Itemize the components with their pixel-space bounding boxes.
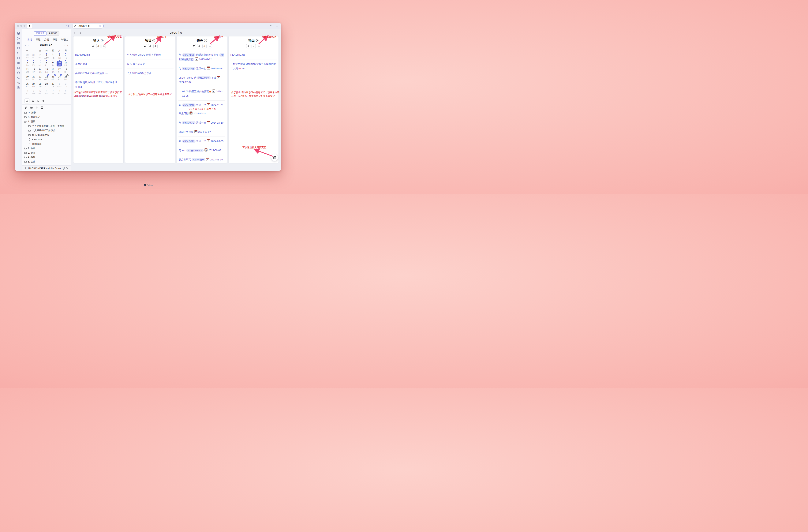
calendar-day[interactable]: 26初九 bbox=[24, 81, 31, 89]
traffic-light-minimize-button[interactable] bbox=[20, 25, 22, 27]
template-icon[interactable]: <% bbox=[17, 81, 20, 84]
note-link[interactable]: 未命名.md bbox=[75, 59, 122, 68]
task-item[interactable]: 双月刊填写 #工作/琐事 17 2023-06-30 bbox=[179, 155, 225, 163]
new-tab-button[interactable] bbox=[102, 24, 105, 28]
search-icon[interactable] bbox=[17, 76, 20, 79]
add-button[interactable] bbox=[153, 44, 158, 48]
sort-button[interactable]: AZ bbox=[252, 44, 256, 48]
calendar-day[interactable]: 15廿八 bbox=[43, 67, 50, 74]
calendar-day[interactable]: 22端午节休 bbox=[43, 74, 50, 81]
period-tab[interactable]: 年记 bbox=[61, 38, 66, 41]
tree-item[interactable]: 3. 资源 bbox=[24, 151, 70, 155]
note-link[interactable]: 一种实用新型 Obsidian 实践之构建我的第二大脑 .md bbox=[230, 59, 277, 73]
calendar-day[interactable]: 12廿五 bbox=[24, 67, 31, 74]
mode-tab-theme[interactable]: 主题笔记 bbox=[47, 31, 59, 36]
period-tab[interactable]: 月记 bbox=[44, 38, 49, 41]
prev-month-button[interactable]: ‹ bbox=[28, 44, 29, 47]
dice-icon[interactable] bbox=[17, 56, 20, 60]
vault-switcher[interactable]: LifeOS Pro PARA Vault CN Demo ? bbox=[22, 165, 71, 171]
tab-lifeos-home[interactable]: LifeOS 主页 bbox=[73, 24, 103, 28]
tree-item[interactable]: 1. 项目 bbox=[24, 120, 70, 124]
tree-item[interactable]: 5. 表达 bbox=[24, 160, 70, 164]
calendar-day[interactable]: 20初三 bbox=[31, 74, 37, 81]
task-item[interactable]: 09:00 约三五好友去露营 17 2024-12-05 bbox=[179, 87, 225, 100]
tree-item[interactable]: 育儿-筹办周岁宴 bbox=[26, 133, 70, 137]
help-icon[interactable]: ? bbox=[152, 39, 155, 42]
calendar-day[interactable]: 16廿九 bbox=[50, 67, 56, 74]
tree-item[interactable]: 4. 存档 bbox=[24, 155, 70, 160]
calendar-day[interactable]: 31十三 bbox=[37, 53, 43, 60]
next-month-button[interactable]: › bbox=[65, 44, 65, 47]
layout-panel-icon[interactable] bbox=[275, 24, 278, 28]
dashboard-icon[interactable] bbox=[17, 41, 20, 45]
sort-button[interactable]: AZ bbox=[96, 44, 100, 48]
calendar-day[interactable]: 30十二 bbox=[31, 53, 37, 60]
vault-help-icon[interactable]: ? bbox=[62, 167, 65, 169]
task-item[interactable]: 与 #家人/老婆 沟通筹办周岁宴事项 #育儿/筹办周岁宴 17 2025-01-… bbox=[179, 50, 225, 64]
folder-tab-icon[interactable] bbox=[24, 98, 30, 103]
help-icon[interactable]: ? bbox=[66, 38, 68, 41]
app-logo-button[interactable] bbox=[26, 23, 33, 29]
add-button[interactable] bbox=[257, 44, 261, 48]
tree-item[interactable]: -1. 捕获 bbox=[24, 110, 70, 115]
calendar-day[interactable]: 8廿一 bbox=[56, 89, 63, 96]
tree-item[interactable]: README bbox=[26, 137, 70, 142]
calendar-icon[interactable] bbox=[17, 47, 20, 50]
layout-columns-icon[interactable] bbox=[17, 61, 20, 65]
swap-button[interactable] bbox=[91, 44, 95, 48]
swap-button[interactable] bbox=[197, 44, 201, 48]
note-link[interactable]: 育儿-筹办周岁宴 bbox=[127, 59, 174, 68]
close-icon[interactable] bbox=[99, 25, 102, 27]
more-options-icon[interactable] bbox=[275, 31, 278, 34]
task-item[interactable]: 06:30 - 08:00 陪 #家人/宝宝 早读 17 2024-12-07 bbox=[179, 73, 225, 87]
calendar-day[interactable]: 27初十 bbox=[31, 81, 37, 89]
note-link[interactable]: README.md bbox=[75, 50, 122, 59]
file-search-icon[interactable] bbox=[17, 32, 20, 35]
task-item[interactable]: 与 xxx #工作/one-one 17 2024-09-03 bbox=[179, 146, 225, 155]
next-year-button[interactable]: » bbox=[67, 44, 68, 47]
add-button[interactable] bbox=[102, 44, 106, 48]
calendar-day[interactable]: 25初八班 bbox=[62, 74, 69, 81]
chevron-down-icon[interactable] bbox=[270, 24, 272, 28]
sort-button[interactable]: AZ bbox=[202, 44, 206, 48]
calendar-day[interactable]: 2十五 bbox=[50, 53, 56, 60]
period-tab[interactable]: 季记 bbox=[53, 38, 57, 41]
period-tab[interactable]: 周记 bbox=[36, 38, 40, 41]
calendar-day[interactable]: 11廿四 bbox=[62, 60, 69, 67]
home-icon[interactable] bbox=[17, 71, 20, 74]
help-icon[interactable]: ? bbox=[256, 39, 259, 42]
calendar-day[interactable]: 21夏至 bbox=[37, 74, 43, 81]
calendar-day[interactable]: 1儿童节 bbox=[43, 53, 50, 60]
filter-button[interactable] bbox=[192, 44, 196, 48]
calendar-day[interactable]: 8廿一 bbox=[43, 60, 50, 67]
tree-item[interactable]: 个人品牌-WOT-分享会 bbox=[26, 128, 70, 133]
prev-year-button[interactable]: « bbox=[25, 44, 26, 47]
calendar-day[interactable]: 7二十 bbox=[37, 60, 43, 67]
calendar-day[interactable]: 7小暑 bbox=[50, 89, 56, 96]
calendar-day[interactable]: 19初二 bbox=[24, 74, 31, 81]
period-tab[interactable]: 日记 bbox=[27, 38, 32, 41]
bookmark-tab-icon[interactable] bbox=[37, 99, 40, 102]
sortlines-button[interactable] bbox=[35, 106, 38, 109]
note-link[interactable]: 个人品牌-WOT-分享会 bbox=[127, 69, 174, 78]
task-item[interactable]: 与 #家人/妈妈 通话一次 17 2024-09-05 bbox=[179, 136, 225, 146]
calendar-day[interactable]: 3十六 bbox=[24, 89, 31, 96]
note-link[interactable]: 不理解超线性回报，就无法理解这个世界.md bbox=[75, 78, 122, 91]
collapse-button[interactable] bbox=[41, 106, 43, 109]
swap-button[interactable] bbox=[143, 44, 147, 48]
calendar-day[interactable]: 3十六 bbox=[56, 53, 63, 60]
tree-item[interactable]: 个人品牌-LifeOS-录制上手视频 bbox=[26, 124, 70, 129]
traffic-light-zoom-button[interactable] bbox=[23, 25, 25, 27]
calendar-day[interactable]: 29十一 bbox=[24, 53, 31, 60]
gear-icon[interactable] bbox=[66, 167, 69, 169]
calendar-day[interactable]: 17三十 bbox=[56, 67, 63, 74]
folder-plus-button[interactable] bbox=[30, 106, 33, 109]
tag-tab-icon[interactable] bbox=[42, 99, 44, 102]
sort-button[interactable]: AZ bbox=[148, 44, 152, 48]
calendar-day[interactable]: 4十七 bbox=[62, 53, 69, 60]
task-item[interactable]: 与 #家人/爷爷 通话一次 17 2024-10-10 bbox=[179, 118, 225, 127]
note-link[interactable]: 高盛的 2024 宏观经济预测.md bbox=[75, 69, 122, 78]
add-button[interactable] bbox=[208, 44, 212, 48]
calendar-day[interactable]: 6十九 bbox=[43, 89, 50, 96]
calendar-day[interactable]: 24初七休 bbox=[56, 74, 63, 81]
